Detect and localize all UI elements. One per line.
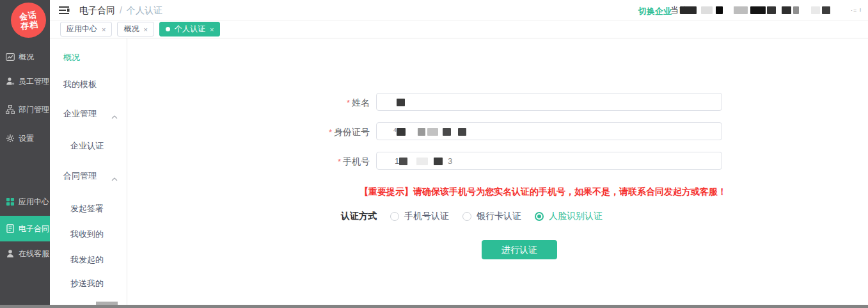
tab-close-icon[interactable]: × [210, 26, 214, 33]
phone-field-label: *手机号 [275, 156, 370, 168]
apps-grid-icon [6, 197, 15, 206]
redacted-block [734, 6, 748, 14]
radio-bankcard-auth[interactable]: 银行卡认证 [462, 211, 521, 222]
required-marker: * [329, 127, 332, 137]
primary-sidebar [0, 0, 50, 308]
app-logo: 会话 存档 [11, 3, 46, 38]
breadcrumb-section[interactable]: 电子合同 [79, 5, 115, 17]
tab-app-center[interactable]: 应用中心 × [60, 22, 112, 36]
name-input[interactable] [376, 93, 722, 111]
sidebar-item-label: 部门管理 [19, 104, 49, 115]
redacted-block [701, 6, 713, 14]
redacted-block [767, 6, 776, 14]
sidebar-item-label: 电子合同 [19, 223, 49, 234]
switch-company-link[interactable]: 切换企业 [638, 6, 672, 17]
radio-unchecked-icon[interactable] [462, 212, 471, 221]
name-field-label: *姓名 [275, 97, 370, 109]
redacted-block [716, 6, 723, 14]
required-marker: * [338, 157, 341, 166]
nav-item-overview[interactable]: 概况 [63, 52, 80, 63]
secondary-sidebar: 概况 我的模板 企业管理 企业认证 合同管理 发起签署 我收到的 我发起的 抄送… [50, 38, 127, 308]
tab-label: 个人认证 [175, 24, 205, 35]
nav-item-contract-mgmt[interactable]: 合同管理 [63, 170, 97, 182]
redacted-block [811, 6, 820, 14]
redacted-block [397, 128, 406, 136]
proceed-auth-button[interactable]: 进行认证 [482, 240, 557, 259]
redacted-block [793, 6, 799, 14]
phone-visible-suffix: 3 [448, 156, 452, 166]
account-trailing-glyphs: ·= ! [851, 7, 862, 13]
departments-icon [6, 105, 15, 114]
horizontal-scrollbar[interactable] [0, 305, 868, 308]
redacted-block [434, 158, 443, 165]
chevron-up-icon[interactable] [111, 110, 118, 122]
id-number-field-label: *身份证号 [275, 127, 370, 138]
active-tab-dot-icon [166, 27, 170, 31]
redacted-block [427, 128, 438, 136]
redacted-block [397, 99, 405, 106]
tab-label: 应用中心 [67, 24, 97, 35]
auth-method-row: 认证方式 手机号认证 银行卡认证 人脸识别认证 [341, 211, 603, 222]
tab-overview[interactable]: 概况 × [117, 22, 154, 36]
nav-item-initiated[interactable]: 我发起的 [70, 254, 104, 266]
sidebar-item-e-contract[interactable]: 电子合同 [0, 216, 50, 241]
nav-item-enterprise-mgmt[interactable]: 企业管理 [63, 108, 97, 120]
tab-close-icon[interactable]: × [102, 26, 106, 33]
redacted-block [458, 128, 466, 136]
redacted-block [416, 158, 428, 165]
redacted-block [399, 158, 407, 165]
nav-item-cc-to-me[interactable]: 抄送我的 [70, 278, 104, 289]
sidebar-item-overview[interactable]: 概况 [0, 51, 50, 63]
sidebar-item-label: 概况 [19, 52, 34, 63]
contract-icon [6, 224, 15, 233]
chevron-up-icon[interactable] [111, 172, 118, 184]
sidebar-item-employees[interactable]: 员工管理 [0, 75, 50, 88]
tab-bar: 应用中心 × 概况 × 个人认证 × [50, 20, 868, 38]
app-logo-line2: 存档 [20, 19, 39, 31]
redacted-block [750, 6, 766, 14]
id-number-input[interactable]: 4 [376, 122, 722, 140]
sidebar-item-label: 设置 [19, 133, 34, 144]
tab-label: 概况 [123, 24, 139, 35]
nav-item-initiate-signing[interactable]: 发起签署 [70, 203, 104, 215]
required-marker: * [347, 98, 350, 108]
breadcrumb-current: 个人认证 [127, 5, 162, 17]
phone-input[interactable]: 1 3 [376, 152, 722, 170]
nav-item-received[interactable]: 我收到的 [70, 229, 104, 240]
redacted-block [822, 6, 830, 14]
app-logo-text: 会话 存档 [19, 10, 39, 31]
support-person-icon [6, 249, 15, 258]
employees-icon [6, 77, 15, 86]
radio-unchecked-icon[interactable] [390, 212, 399, 221]
sidebar-item-app-center[interactable]: 应用中心 [0, 195, 50, 208]
radio-face-auth[interactable]: 人脸识别认证 [535, 211, 603, 222]
gear-icon [6, 134, 15, 143]
redacted-block [680, 6, 697, 14]
sidebar-item-settings[interactable]: 设置 [0, 132, 50, 145]
radio-checked-icon[interactable] [535, 212, 544, 221]
collapse-menu-icon[interactable] [59, 6, 70, 17]
tab-personal-auth[interactable]: 个人认证 × [159, 22, 220, 36]
sidebar-item-label: 员工管理 [19, 76, 49, 87]
sidebar-item-online-support[interactable]: 在线客服 [0, 247, 50, 260]
radio-phone-auth[interactable]: 手机号认证 [390, 211, 449, 222]
nav-item-enterprise-auth[interactable]: 企业认证 [70, 140, 104, 152]
current-account-info: 当前 ·= ! [670, 5, 862, 15]
sidebar-item-label: 在线客服 [19, 248, 49, 259]
redacted-block [418, 128, 425, 136]
redacted-block [782, 6, 791, 14]
overview-chart-icon [6, 53, 15, 61]
breadcrumb: 电子合同 / 个人认证 [79, 5, 162, 17]
sidebar-item-label: 应用中心 [19, 197, 49, 207]
tab-close-icon[interactable]: × [143, 26, 147, 33]
breadcrumb-separator: / [120, 5, 122, 17]
nav-item-my-templates[interactable]: 我的模板 [63, 79, 97, 90]
sidebar-item-departments[interactable]: 部门管理 [0, 103, 50, 116]
redacted-block [443, 128, 451, 136]
important-notice-text: 【重要提示】请确保该手机号为您实名认证的手机号，如果不是，请联系合同发起方或客服… [359, 186, 727, 198]
auth-method-label: 认证方式 [341, 211, 377, 222]
